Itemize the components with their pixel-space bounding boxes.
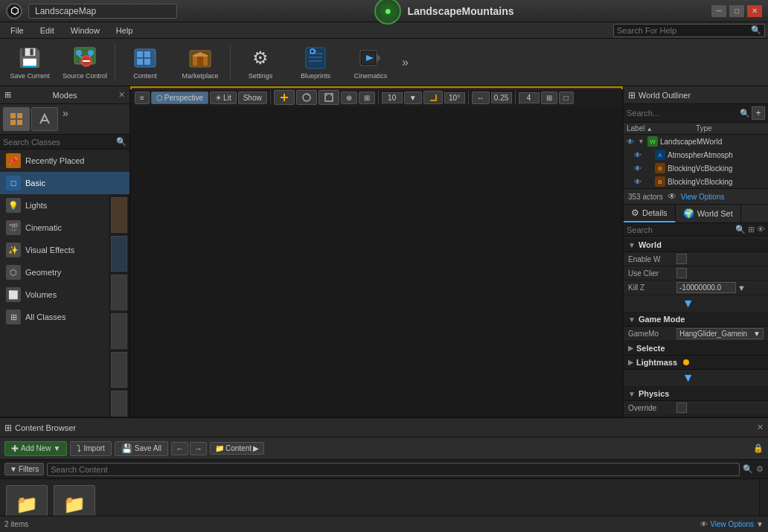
class-item-basic[interactable]: □ Basic: [0, 172, 129, 194]
class-item-cinematic[interactable]: 🎬 Cinematic: [0, 217, 109, 239]
content-browser-panel: ⊞ Content Browser ✕ ✚ Add New ▼ ⤵ Import…: [0, 417, 768, 532]
marketplace-button[interactable]: Marketplace: [173, 41, 227, 84]
content-button[interactable]: Content: [118, 41, 172, 84]
source-control-button[interactable]: Source Control: [58, 41, 112, 84]
filters-button[interactable]: ▼ Filters: [4, 463, 44, 475]
class-item-lights[interactable]: 💡 Lights: [0, 194, 109, 217]
class-item-recently-placed[interactable]: 📌 Recently Placed: [0, 150, 129, 172]
visibility-icon[interactable]: 👁: [634, 151, 643, 159]
menu-help[interactable]: Help: [109, 25, 141, 36]
menu-file[interactable]: File: [3, 25, 31, 36]
lightmass-section-header[interactable]: ▶ Lightmass: [624, 356, 768, 370]
visibility-icon[interactable]: 👁: [634, 178, 643, 186]
move-icon-button[interactable]: ↔: [472, 92, 490, 104]
mode-tab-paint[interactable]: [31, 107, 58, 131]
world-section-header[interactable]: ▼ World: [624, 238, 768, 252]
class-item-geometry[interactable]: ⬡ Geometry: [0, 261, 109, 283]
blueprints-button[interactable]: Blueprints: [289, 41, 342, 84]
wo-item-landscape[interactable]: 👁 ▼ W LandscapeMWorld: [624, 135, 768, 148]
column-type[interactable]: Type: [696, 124, 765, 132]
import-button[interactable]: ⤵ Import: [70, 441, 111, 456]
class-item-all-classes[interactable]: ⊞ All Classes: [0, 306, 109, 328]
close-button[interactable]: ✕: [747, 5, 762, 17]
translate-button[interactable]: [274, 90, 295, 105]
wo-item-blocking1[interactable]: 👁 B BlockingVcBlocking: [624, 161, 768, 175]
details-tab-world-set[interactable]: 🌍 World Set: [676, 205, 741, 222]
lightmass-arrow: ▶: [628, 359, 633, 366]
class-item-visual-effects[interactable]: ✨ Visual Effects: [0, 239, 109, 261]
maximize-button[interactable]: □: [729, 5, 744, 17]
details-tab-details[interactable]: ⚙ Details: [624, 205, 676, 222]
override-checkbox[interactable]: [676, 403, 687, 413]
physics-section-header[interactable]: ▼ Physics: [624, 387, 768, 401]
lightmass-expand-icon[interactable]: ▼: [628, 371, 694, 385]
minimize-button[interactable]: ─: [711, 5, 726, 17]
selecte-section-header[interactable]: ▶ Selecte: [624, 342, 768, 356]
content-search-icon[interactable]: 🔍: [743, 464, 753, 474]
snap-button[interactable]: ⊞: [359, 92, 375, 104]
marketplace-label: Marketplace: [182, 73, 218, 80]
details-search-input[interactable]: [627, 225, 734, 234]
kill-z-input[interactable]: [676, 282, 736, 293]
wo-item-blocking2[interactable]: 👁 B BlockingVcBlocking: [624, 175, 768, 188]
content-browser-close-button[interactable]: ✕: [757, 423, 764, 432]
world-outliner-search-input[interactable]: [627, 109, 738, 118]
details-eye-icon[interactable]: 👁: [757, 225, 765, 234]
layers-button[interactable]: ⊞: [541, 92, 557, 104]
menu-window[interactable]: Window: [63, 25, 107, 36]
content-browser-lock-icon[interactable]: 🔒: [753, 443, 764, 453]
modes-close-button[interactable]: ✕: [118, 90, 125, 100]
toolbar-more-button[interactable]: »: [399, 56, 412, 69]
nav-back-button[interactable]: ←: [171, 442, 188, 455]
viewport-menu-button[interactable]: ≡: [135, 92, 150, 104]
world-outliner-add-button[interactable]: +: [752, 106, 765, 120]
viewport-maximize[interactable]: □: [559, 92, 574, 104]
add-new-dropdown-arrow[interactable]: ▼: [54, 444, 61, 452]
folder-item-2[interactable]: 📁: [54, 485, 95, 516]
add-new-button[interactable]: ✚ Add New ▼: [4, 441, 67, 456]
cinematics-button[interactable]: Cinematics: [344, 41, 397, 84]
use-clier-checkbox[interactable]: [676, 268, 687, 278]
folder-item-1[interactable]: 📁: [6, 485, 48, 516]
wo-item-atmosphere[interactable]: 👁 A AtmospherAtmosph: [624, 148, 768, 161]
rotate-button[interactable]: [296, 90, 317, 105]
details-search-icon[interactable]: 🔍: [735, 225, 746, 234]
enable-w-checkbox[interactable]: [676, 254, 687, 264]
search-for-help-input[interactable]: [617, 26, 751, 35]
nav-forward-button[interactable]: →: [190, 442, 207, 455]
details-grid-icon[interactable]: ⊞: [748, 225, 755, 234]
project-name-input[interactable]: [28, 4, 177, 19]
search-classes-input[interactable]: [3, 138, 116, 147]
class-item-volumes[interactable]: ⬜ Volumes: [0, 283, 109, 306]
view-options-arrow[interactable]: ▼: [756, 520, 764, 528]
kill-z-dropdown-btn[interactable]: ▼: [737, 283, 746, 292]
search-classes-icon[interactable]: 🔍: [116, 137, 127, 147]
visibility-icon[interactable]: 👁: [634, 164, 643, 173]
expand-down-icon[interactable]: ▼: [628, 297, 694, 310]
content-browser-settings-icon[interactable]: ⚙: [756, 464, 764, 474]
content-search-input[interactable]: [47, 463, 740, 476]
mode-tab-more[interactable]: »: [60, 107, 71, 131]
viewport[interactable]: ≡ ⬡ Perspective ☀ Lit Show: [130, 86, 623, 89]
save-all-button[interactable]: 💾 Save All: [115, 441, 168, 456]
content-browser-view-options[interactable]: View Options: [710, 520, 754, 528]
column-label[interactable]: Label: [627, 124, 696, 132]
world-outliner-search-icon[interactable]: 🔍: [740, 109, 750, 118]
world-button[interactable]: ⊕: [341, 92, 357, 104]
scale-button[interactable]: [319, 90, 339, 105]
modes-tabs: »: [0, 104, 129, 135]
menu-edit[interactable]: Edit: [33, 25, 62, 36]
game-mode-section-header[interactable]: ▼ Game Mode: [624, 313, 768, 327]
visibility-icon[interactable]: 👁: [627, 138, 636, 146]
game-mode-dropdown[interactable]: HangGlider_Gamein ▼: [676, 328, 764, 339]
mode-tab-place[interactable]: [3, 107, 30, 131]
show-button[interactable]: Show: [238, 92, 267, 104]
perspective-button[interactable]: ⬡ Perspective: [151, 92, 208, 104]
content-browser-scrollbar[interactable]: [759, 479, 768, 516]
fold-icon[interactable]: ▼: [638, 138, 645, 145]
save-current-button[interactable]: 💾 Save Current: [3, 41, 57, 84]
grid-size-down[interactable]: ▼: [404, 92, 422, 104]
settings-button[interactable]: ⚙ Settings: [234, 41, 287, 84]
lit-button[interactable]: ☀ Lit: [210, 92, 237, 104]
world-outliner-view-options[interactable]: View Options: [681, 193, 725, 201]
